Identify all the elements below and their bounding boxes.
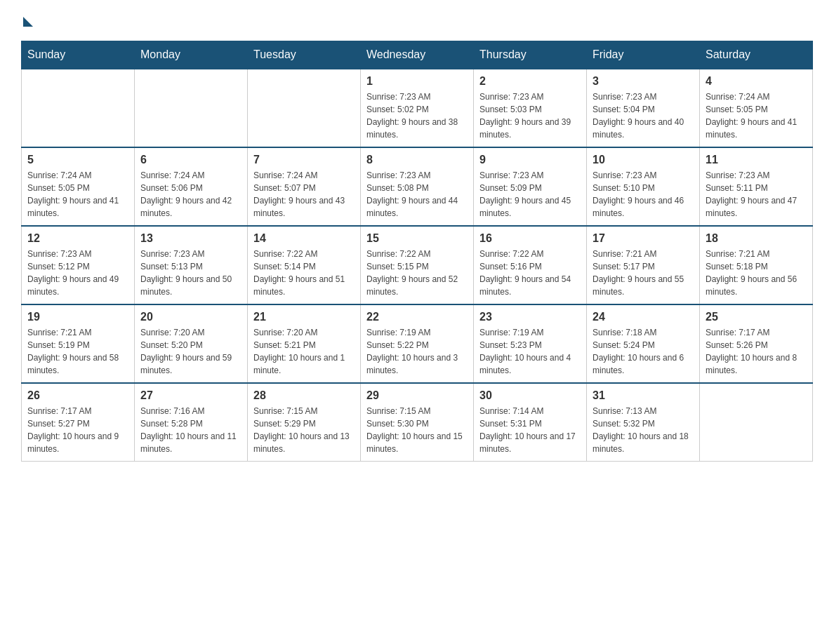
- calendar-cell: 13Sunrise: 7:23 AMSunset: 5:13 PMDayligh…: [135, 226, 248, 304]
- calendar-cell: 17Sunrise: 7:21 AMSunset: 5:17 PMDayligh…: [587, 226, 700, 304]
- day-info: Sunrise: 7:21 AMSunset: 5:17 PMDaylight:…: [593, 248, 694, 298]
- day-info: Sunrise: 7:23 AMSunset: 5:11 PMDaylight:…: [706, 169, 807, 220]
- logo-arrow-icon: [23, 17, 33, 27]
- calendar-cell: 26Sunrise: 7:17 AMSunset: 5:27 PMDayligh…: [22, 383, 135, 462]
- day-number: 21: [253, 311, 355, 323]
- day-info: Sunrise: 7:23 AMSunset: 5:04 PMDaylight:…: [593, 90, 694, 141]
- day-number: 13: [140, 232, 241, 245]
- day-number: 7: [253, 154, 355, 166]
- calendar-cell: 25Sunrise: 7:17 AMSunset: 5:26 PMDayligh…: [700, 304, 813, 383]
- calendar-week-row: 1Sunrise: 7:23 AMSunset: 5:02 PMDaylight…: [22, 69, 813, 147]
- day-info: Sunrise: 7:22 AMSunset: 5:15 PMDaylight:…: [366, 248, 468, 298]
- calendar-cell: 28Sunrise: 7:15 AMSunset: 5:29 PMDayligh…: [248, 383, 361, 462]
- day-number: 30: [479, 389, 581, 402]
- day-info: Sunrise: 7:20 AMSunset: 5:21 PMDaylight:…: [253, 326, 355, 377]
- calendar-header-saturday: Saturday: [700, 41, 813, 69]
- day-number: 31: [593, 389, 694, 402]
- day-info: Sunrise: 7:16 AMSunset: 5:28 PMDaylight:…: [140, 405, 241, 455]
- calendar-cell: 31Sunrise: 7:13 AMSunset: 5:32 PMDayligh…: [587, 383, 700, 462]
- calendar-cell: 15Sunrise: 7:22 AMSunset: 5:15 PMDayligh…: [361, 226, 474, 304]
- day-number: 17: [593, 232, 694, 245]
- day-info: Sunrise: 7:23 AMSunset: 5:08 PMDaylight:…: [366, 169, 468, 220]
- calendar-header-sunday: Sunday: [22, 41, 135, 69]
- day-number: 5: [27, 154, 128, 166]
- day-number: 3: [593, 75, 694, 88]
- day-info: Sunrise: 7:17 AMSunset: 5:26 PMDaylight:…: [706, 326, 807, 377]
- day-number: 16: [479, 232, 581, 245]
- day-number: 8: [366, 154, 468, 166]
- day-info: Sunrise: 7:18 AMSunset: 5:24 PMDaylight:…: [593, 326, 694, 377]
- day-info: Sunrise: 7:19 AMSunset: 5:23 PMDaylight:…: [479, 326, 581, 377]
- day-info: Sunrise: 7:23 AMSunset: 5:12 PMDaylight:…: [27, 248, 128, 298]
- day-info: Sunrise: 7:20 AMSunset: 5:20 PMDaylight:…: [140, 326, 241, 377]
- day-info: Sunrise: 7:24 AMSunset: 5:05 PMDaylight:…: [706, 90, 807, 141]
- calendar-week-row: 19Sunrise: 7:21 AMSunset: 5:19 PMDayligh…: [22, 304, 813, 383]
- day-number: 10: [593, 154, 694, 166]
- calendar-cell: [248, 69, 361, 147]
- day-number: 9: [479, 154, 581, 166]
- day-number: 24: [593, 311, 694, 323]
- day-number: 23: [479, 311, 581, 323]
- day-info: Sunrise: 7:13 AMSunset: 5:32 PMDaylight:…: [593, 405, 694, 455]
- day-info: Sunrise: 7:23 AMSunset: 5:03 PMDaylight:…: [479, 90, 581, 141]
- calendar-cell: 22Sunrise: 7:19 AMSunset: 5:22 PMDayligh…: [361, 304, 474, 383]
- day-info: Sunrise: 7:21 AMSunset: 5:18 PMDaylight:…: [706, 248, 807, 298]
- calendar-cell: 29Sunrise: 7:15 AMSunset: 5:30 PMDayligh…: [361, 383, 474, 462]
- day-info: Sunrise: 7:22 AMSunset: 5:16 PMDaylight:…: [479, 248, 581, 298]
- calendar-cell: 5Sunrise: 7:24 AMSunset: 5:05 PMDaylight…: [22, 147, 135, 226]
- day-info: Sunrise: 7:23 AMSunset: 5:13 PMDaylight:…: [140, 248, 241, 298]
- day-info: Sunrise: 7:14 AMSunset: 5:31 PMDaylight:…: [479, 405, 581, 455]
- day-number: 18: [706, 232, 807, 245]
- day-info: Sunrise: 7:17 AMSunset: 5:27 PMDaylight:…: [27, 405, 128, 455]
- day-info: Sunrise: 7:23 AMSunset: 5:09 PMDaylight:…: [479, 169, 581, 220]
- day-info: Sunrise: 7:24 AMSunset: 5:05 PMDaylight:…: [27, 169, 128, 220]
- day-number: 1: [366, 75, 468, 88]
- day-info: Sunrise: 7:23 AMSunset: 5:10 PMDaylight:…: [593, 169, 694, 220]
- day-number: 6: [140, 154, 241, 166]
- day-number: 15: [366, 232, 468, 245]
- calendar-week-row: 12Sunrise: 7:23 AMSunset: 5:12 PMDayligh…: [22, 226, 813, 304]
- day-info: Sunrise: 7:15 AMSunset: 5:30 PMDaylight:…: [366, 405, 468, 455]
- day-info: Sunrise: 7:24 AMSunset: 5:06 PMDaylight:…: [140, 169, 241, 220]
- calendar-header-row: SundayMondayTuesdayWednesdayThursdayFrid…: [22, 41, 813, 69]
- calendar-cell: 27Sunrise: 7:16 AMSunset: 5:28 PMDayligh…: [135, 383, 248, 462]
- calendar-cell: [700, 383, 813, 462]
- calendar-week-row: 5Sunrise: 7:24 AMSunset: 5:05 PMDaylight…: [22, 147, 813, 226]
- day-number: 12: [27, 232, 128, 245]
- day-number: 14: [253, 232, 355, 245]
- day-info: Sunrise: 7:21 AMSunset: 5:19 PMDaylight:…: [27, 326, 128, 377]
- calendar-cell: 8Sunrise: 7:23 AMSunset: 5:08 PMDaylight…: [361, 147, 474, 226]
- calendar-cell: 30Sunrise: 7:14 AMSunset: 5:31 PMDayligh…: [474, 383, 587, 462]
- calendar-cell: 11Sunrise: 7:23 AMSunset: 5:11 PMDayligh…: [700, 147, 813, 226]
- day-number: 4: [706, 75, 807, 88]
- day-number: 22: [366, 311, 468, 323]
- calendar-table: SundayMondayTuesdayWednesdayThursdayFrid…: [21, 41, 813, 462]
- logo: [21, 14, 33, 27]
- calendar-week-row: 26Sunrise: 7:17 AMSunset: 5:27 PMDayligh…: [22, 383, 813, 462]
- day-number: 2: [479, 75, 581, 88]
- calendar-cell: [22, 69, 135, 147]
- calendar-cell: 1Sunrise: 7:23 AMSunset: 5:02 PMDaylight…: [361, 69, 474, 147]
- page-header: [21, 14, 813, 27]
- day-number: 28: [253, 389, 355, 402]
- day-info: Sunrise: 7:19 AMSunset: 5:22 PMDaylight:…: [366, 326, 468, 377]
- calendar-cell: 21Sunrise: 7:20 AMSunset: 5:21 PMDayligh…: [248, 304, 361, 383]
- calendar-cell: 9Sunrise: 7:23 AMSunset: 5:09 PMDaylight…: [474, 147, 587, 226]
- day-info: Sunrise: 7:24 AMSunset: 5:07 PMDaylight:…: [253, 169, 355, 220]
- calendar-cell: 7Sunrise: 7:24 AMSunset: 5:07 PMDaylight…: [248, 147, 361, 226]
- calendar-cell: 4Sunrise: 7:24 AMSunset: 5:05 PMDaylight…: [700, 69, 813, 147]
- day-number: 20: [140, 311, 241, 323]
- calendar-cell: 24Sunrise: 7:18 AMSunset: 5:24 PMDayligh…: [587, 304, 700, 383]
- calendar-cell: 14Sunrise: 7:22 AMSunset: 5:14 PMDayligh…: [248, 226, 361, 304]
- calendar-header-monday: Monday: [135, 41, 248, 69]
- calendar-cell: 12Sunrise: 7:23 AMSunset: 5:12 PMDayligh…: [22, 226, 135, 304]
- day-number: 26: [27, 389, 128, 402]
- day-number: 11: [706, 154, 807, 166]
- calendar-header-tuesday: Tuesday: [248, 41, 361, 69]
- calendar-cell: 16Sunrise: 7:22 AMSunset: 5:16 PMDayligh…: [474, 226, 587, 304]
- calendar-cell: 18Sunrise: 7:21 AMSunset: 5:18 PMDayligh…: [700, 226, 813, 304]
- day-number: 25: [706, 311, 807, 323]
- calendar-cell: 3Sunrise: 7:23 AMSunset: 5:04 PMDaylight…: [587, 69, 700, 147]
- calendar-cell: 19Sunrise: 7:21 AMSunset: 5:19 PMDayligh…: [22, 304, 135, 383]
- calendar-cell: 6Sunrise: 7:24 AMSunset: 5:06 PMDaylight…: [135, 147, 248, 226]
